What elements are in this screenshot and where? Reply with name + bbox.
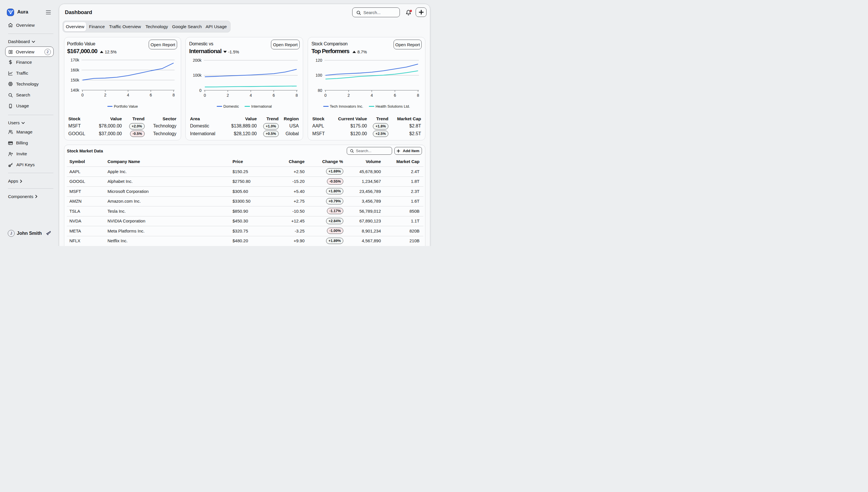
svg-text:6: 6 [150,93,152,97]
svg-text:100k: 100k [193,73,202,77]
svg-text:4: 4 [250,93,252,98]
svg-text:170k: 170k [71,58,79,62]
svg-text:120: 120 [316,58,322,63]
svg-text:160k: 160k [71,68,79,72]
svg-text:0: 0 [324,93,327,98]
svg-text:4: 4 [127,93,129,97]
svg-text:200k: 200k [193,58,202,63]
svg-text:0: 0 [199,88,201,93]
svg-text:80: 80 [318,88,322,93]
svg-text:0: 0 [204,93,206,98]
svg-text:2: 2 [347,93,350,98]
svg-text:4: 4 [371,93,373,98]
svg-text:6: 6 [394,93,396,98]
svg-text:8: 8 [173,93,175,97]
svg-text:2: 2 [227,93,229,98]
svg-text:8: 8 [296,93,298,98]
svg-text:100: 100 [316,73,322,77]
svg-text:2: 2 [104,93,106,97]
svg-text:0: 0 [81,93,84,97]
svg-text:6: 6 [273,93,275,98]
svg-text:8: 8 [417,93,419,98]
svg-text:150k: 150k [71,78,79,82]
svg-text:140k: 140k [71,88,79,93]
